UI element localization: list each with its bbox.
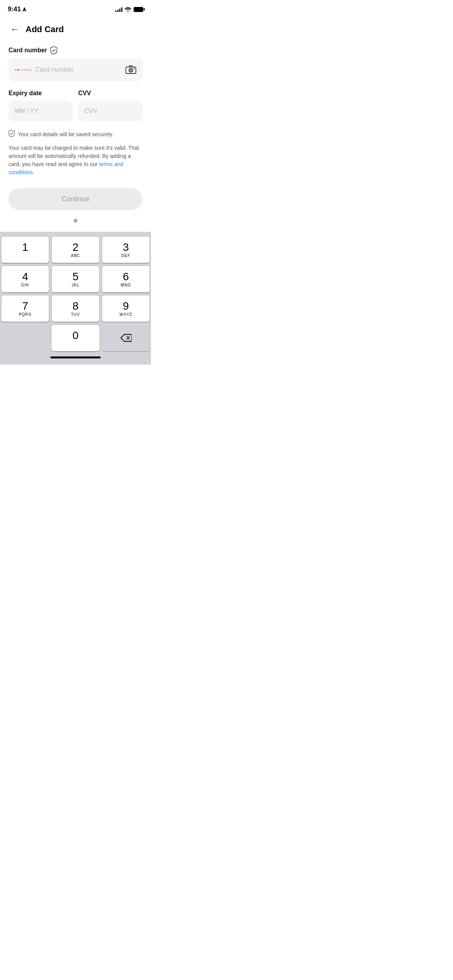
svg-point-1 <box>129 69 133 72</box>
cvv-label: CVV <box>78 90 142 97</box>
camera-icon[interactable] <box>125 65 136 74</box>
key-1[interactable]: 1 <box>1 236 49 263</box>
status-time: 9:41 <box>8 5 26 13</box>
expiry-placeholder: MM / YY <box>15 108 38 114</box>
key-0[interactable]: 0 <box>51 324 100 351</box>
key-8[interactable]: 8 TUV <box>51 295 100 322</box>
header: ← Add Card <box>0 16 151 43</box>
expiry-cvv-row: Expiry date MM / YY CVV CVV <box>9 90 142 122</box>
cvv-field-group: CVV CVV <box>78 90 142 122</box>
wifi-icon <box>125 7 131 12</box>
key-empty <box>1 324 49 351</box>
keyboard-row-3: 7 PQRS 8 TUV 9 WXYZ <box>0 294 151 323</box>
home-bar <box>50 356 101 358</box>
status-bar: 9:41 <box>0 0 151 16</box>
scroll-indicator <box>9 216 142 224</box>
battery-icon <box>134 7 143 12</box>
expiry-field-group: Expiry date MM / YY <box>9 90 73 122</box>
expiry-input[interactable]: MM / YY <box>9 101 73 122</box>
key-3[interactable]: 3 DEF <box>102 236 150 263</box>
key-9[interactable]: 9 WXYZ <box>102 295 150 322</box>
expiry-label: Expiry date <box>9 90 73 97</box>
security-note: Your card details will be saved securely… <box>9 130 142 139</box>
cvv-input[interactable]: CVV <box>78 101 142 122</box>
status-icons <box>115 7 143 12</box>
keyboard-row-2: 4 GHI 5 JKL 6 MNO <box>0 264 151 294</box>
back-arrow-icon: ← <box>10 24 19 34</box>
page-title: Add Card <box>26 24 64 34</box>
continue-button[interactable]: Continue <box>9 188 142 210</box>
time-display: 9:41 <box>8 5 21 13</box>
card-number-label: Card number <box>9 46 142 54</box>
terms-text: Your card may be charged to make sure it… <box>9 144 142 176</box>
shield-icon <box>50 46 57 54</box>
card-brand-dots <box>15 69 31 71</box>
location-arrow-icon <box>22 7 26 12</box>
numeric-keyboard: 1 2 ABC 3 DEF 4 GHI 5 JKL 6 MNO 7 PQRS <box>0 232 151 353</box>
security-shield-icon <box>9 130 15 139</box>
delete-icon <box>120 334 132 342</box>
back-button[interactable]: ← <box>8 22 22 36</box>
keyboard-row-1: 1 2 ABC 3 DEF <box>0 235 151 264</box>
key-7[interactable]: 7 PQRS <box>1 295 49 322</box>
key-5[interactable]: 5 JKL <box>51 266 100 293</box>
delete-key[interactable] <box>102 324 150 351</box>
security-text: Your card details will be saved securely… <box>18 131 113 137</box>
svg-point-2 <box>130 69 132 71</box>
signal-bars <box>115 7 122 12</box>
svg-point-3 <box>134 68 135 69</box>
main-content: Card number Card numb <box>0 43 151 232</box>
cvv-placeholder: CVV <box>84 108 97 114</box>
card-number-placeholder: Card number <box>35 66 74 74</box>
key-2[interactable]: 2 ABC <box>51 236 100 263</box>
key-6[interactable]: 6 MNO <box>102 266 150 293</box>
home-bar-area <box>0 353 151 365</box>
keyboard-row-4: 0 <box>0 323 151 353</box>
card-number-field[interactable]: Card number <box>9 58 142 81</box>
key-4[interactable]: 4 GHI <box>1 266 49 293</box>
